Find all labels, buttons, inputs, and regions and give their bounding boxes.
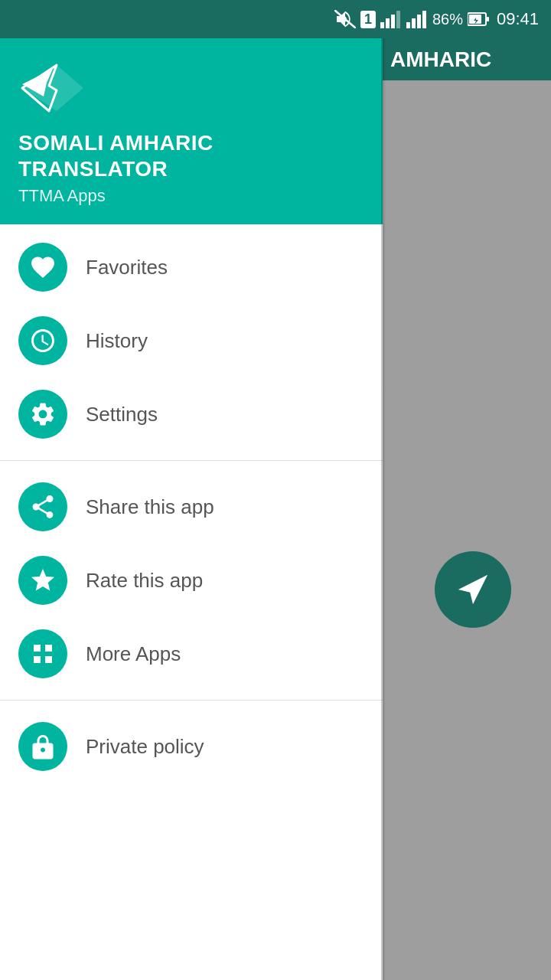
lock-icon <box>29 733 57 760</box>
mute-icon <box>334 10 356 28</box>
settings-label: Settings <box>86 403 158 426</box>
battery-text: 86% <box>432 11 463 28</box>
settings-item[interactable]: Settings <box>0 377 383 451</box>
send-icon-peek <box>455 572 491 607</box>
more-apps-icon-circle <box>18 629 67 678</box>
privacy-label: Private policy <box>86 735 204 759</box>
signal-icon-2 <box>406 10 428 28</box>
app-name: SOMALI AMHARICTRANSLATOR <box>18 130 364 181</box>
footer-nav-section: Private policy <box>0 704 383 789</box>
action-nav-section: Share this app Rate this app More Apps <box>0 464 383 697</box>
grid-icon <box>29 640 57 668</box>
app-logo <box>18 61 364 118</box>
peek-header-text: AMHARIC <box>390 47 491 72</box>
share-icon <box>29 493 57 521</box>
developer-name: TTMA Apps <box>18 186 364 206</box>
rate-label: Rate this app <box>86 569 203 593</box>
privacy-item[interactable]: Private policy <box>0 710 383 783</box>
svg-rect-11 <box>487 17 489 21</box>
favorites-item[interactable]: Favorites <box>0 230 383 304</box>
battery-icon <box>468 11 489 27</box>
share-icon-circle <box>18 482 67 531</box>
status-bar: 1 86% 09:4 <box>0 0 551 38</box>
favorites-label: Favorites <box>86 256 168 279</box>
main-nav-section: Favorites History Settings <box>0 224 383 457</box>
privacy-icon-circle <box>18 722 67 771</box>
clock-icon <box>29 327 57 354</box>
svg-rect-7 <box>417 15 421 28</box>
rate-item[interactable]: Rate this app <box>0 544 383 617</box>
app-header-peek: AMHARIC <box>383 38 551 80</box>
more-apps-label: More Apps <box>86 642 181 666</box>
share-item[interactable]: Share this app <box>0 470 383 544</box>
signal-icon <box>380 10 402 28</box>
svg-rect-3 <box>391 15 395 28</box>
divider-1 <box>0 460 383 461</box>
sim-badge: 1 <box>360 11 376 28</box>
drawer-header: SOMALI AMHARICTRANSLATOR TTMA Apps <box>0 38 383 224</box>
share-label: Share this app <box>86 495 214 519</box>
svg-rect-5 <box>406 22 410 28</box>
svg-rect-8 <box>422 11 426 28</box>
svg-rect-4 <box>396 11 400 28</box>
settings-icon-circle <box>18 390 67 439</box>
status-icons: 1 86% 09:4 <box>334 9 539 29</box>
star-icon <box>29 567 57 594</box>
divider-2 <box>0 700 383 701</box>
history-icon-circle <box>18 316 67 365</box>
rate-icon-circle <box>18 556 67 605</box>
heart-icon <box>29 253 57 281</box>
favorites-icon-circle <box>18 243 67 292</box>
gear-icon <box>29 400 57 428</box>
history-label: History <box>86 329 148 353</box>
svg-rect-6 <box>412 18 416 28</box>
more-apps-item[interactable]: More Apps <box>0 617 383 691</box>
svg-rect-2 <box>386 18 390 28</box>
time-display: 09:41 <box>497 9 539 29</box>
drawer-shadow <box>381 38 386 980</box>
history-item[interactable]: History <box>0 304 383 377</box>
svg-rect-1 <box>380 22 384 28</box>
translate-button-peek[interactable] <box>435 551 511 628</box>
navigation-drawer: SOMALI AMHARICTRANSLATOR TTMA Apps Favor… <box>0 38 383 980</box>
